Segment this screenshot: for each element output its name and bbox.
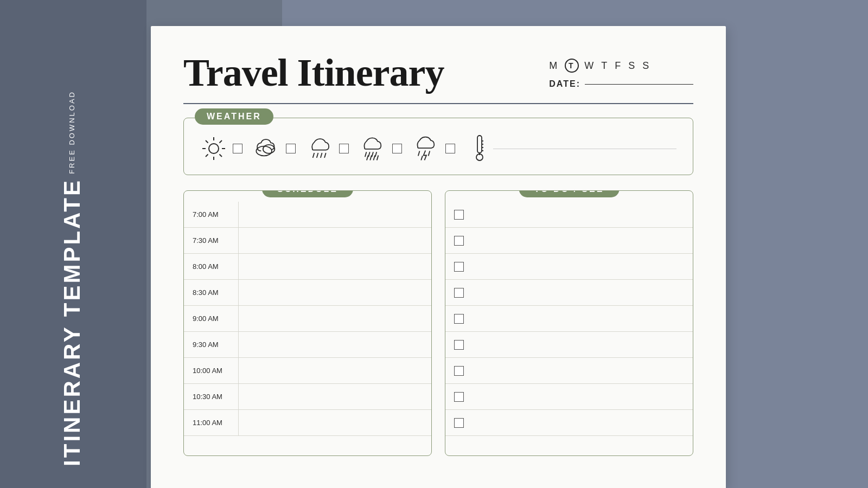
thermometer-icon (471, 133, 488, 164)
todo-line-3[interactable] (473, 266, 684, 267)
thunder-icon (413, 135, 440, 162)
schedule-time-1: 7:00 AM (184, 210, 238, 219)
schedule-vert-div (238, 254, 239, 279)
date-label: DATE: (549, 79, 580, 89)
todo-line-8[interactable] (473, 396, 684, 397)
rain-heavy-icon (360, 135, 387, 162)
svg-line-22 (377, 156, 379, 160)
weather-rain-heavy (360, 135, 402, 162)
weather-thunder (413, 135, 455, 162)
date-row: DATE: (549, 79, 693, 89)
todo-line-7[interactable] (473, 370, 684, 371)
todo-line-1[interactable] (473, 214, 684, 215)
temp-input-line[interactable] (493, 149, 676, 149)
schedule-time-4: 8:30 AM (184, 288, 238, 297)
todo-checkbox-5[interactable] (454, 314, 464, 324)
page-title: Travel Itinerary (183, 53, 444, 92)
todo-checkbox-9[interactable] (454, 418, 464, 428)
todo-row-4 (445, 280, 693, 306)
todo-checkbox-8[interactable] (454, 392, 464, 402)
schedule-vert-div (238, 306, 239, 331)
day-S[interactable]: S (628, 60, 637, 72)
svg-line-18 (375, 152, 377, 157)
schedule-section: SCHEDULE 7:00 AM 7:30 AM 8:00 AM (183, 190, 432, 456)
svg-line-15 (365, 152, 367, 157)
weather-rain-light (307, 135, 349, 162)
todo-line-2[interactable] (473, 240, 684, 241)
svg-line-14 (324, 153, 326, 158)
schedule-time-6: 9:30 AM (184, 341, 238, 349)
schedule-time-5: 9:00 AM (184, 314, 238, 323)
todo-checkbox-7[interactable] (454, 366, 464, 376)
weather-rain-heavy-checkbox[interactable] (392, 144, 402, 153)
svg-line-5 (206, 140, 208, 143)
todo-badge: TO DO / SEE (519, 190, 620, 197)
day-F[interactable]: F (615, 60, 623, 72)
sunny-icon (200, 135, 227, 162)
schedule-row: 11:00 AM (184, 410, 431, 436)
day-W[interactable]: W (584, 60, 596, 72)
todo-checkbox-3[interactable] (454, 262, 464, 272)
svg-line-23 (418, 151, 420, 156)
schedule-time-9: 11:00 AM (184, 419, 238, 427)
todo-row-5 (445, 306, 693, 332)
schedule-vert-div (238, 228, 239, 253)
weather-section: WEATHER (183, 118, 693, 175)
schedule-row: 10:30 AM (184, 384, 431, 410)
weather-rain-light-checkbox[interactable] (339, 144, 349, 153)
svg-line-7 (220, 140, 222, 143)
day-M[interactable]: M (549, 60, 559, 72)
svg-line-6 (220, 155, 222, 157)
main-divider (183, 103, 693, 104)
todo-line-4[interactable] (473, 292, 684, 293)
todo-checkbox-2[interactable] (454, 236, 464, 246)
todo-row-9 (445, 410, 693, 436)
date-input-line[interactable] (585, 84, 693, 85)
svg-line-20 (370, 156, 372, 160)
schedule-vert-div (238, 358, 239, 383)
todo-row-1 (445, 202, 693, 228)
schedule-vert-div (238, 332, 239, 357)
schedule-vert-div (238, 410, 239, 435)
header: Travel Itinerary M T W T F S S DATE: (183, 53, 693, 92)
day-selector: M T W T F S S (549, 59, 651, 73)
todo-row-3 (445, 254, 693, 280)
todo-list (445, 191, 693, 436)
sidebar-title: ITINERARY TEMPLATE (59, 178, 85, 466)
schedule-time-3: 8:00 AM (184, 262, 238, 271)
day-T-selected[interactable]: T (565, 59, 579, 73)
svg-line-13 (321, 153, 322, 158)
svg-point-0 (209, 144, 219, 153)
todo-checkbox-1[interactable] (454, 210, 464, 220)
schedule-time-2: 7:30 AM (184, 236, 238, 245)
todo-checkbox-4[interactable] (454, 288, 464, 298)
sidebar-free-download: FREE DOWNLOAD (68, 91, 76, 174)
schedule-list: 7:00 AM 7:30 AM 8:00 AM 8:30 AM (184, 191, 431, 436)
weather-cloudy-checkbox[interactable] (286, 144, 296, 153)
schedule-row: 8:30 AM (184, 280, 431, 306)
schedule-vert-div (238, 280, 239, 305)
schedule-row: 8:00 AM (184, 254, 431, 280)
schedule-row: 7:00 AM (184, 202, 431, 228)
schedule-row: 9:00 AM (184, 306, 431, 332)
weather-thunder-checkbox[interactable] (445, 144, 455, 153)
header-right: M T W T F S S DATE: (549, 53, 693, 89)
day-S2[interactable]: S (642, 60, 651, 72)
todo-row-2 (445, 228, 693, 254)
weather-temp (471, 133, 676, 164)
todo-line-9[interactable] (473, 422, 684, 423)
day-T2[interactable]: T (601, 60, 609, 72)
todo-line-6[interactable] (473, 344, 684, 345)
schedule-vert-div (238, 384, 239, 409)
svg-line-24 (429, 151, 430, 156)
todo-line-5[interactable] (473, 318, 684, 319)
svg-rect-26 (477, 136, 482, 153)
todo-checkbox-6[interactable] (454, 340, 464, 350)
svg-line-11 (313, 153, 315, 158)
schedule-vert-div (238, 202, 239, 227)
weather-cloudy (253, 135, 296, 162)
weather-sunny-checkbox[interactable] (233, 144, 242, 153)
rain-light-icon (307, 135, 334, 162)
schedule-row: 7:30 AM (184, 228, 431, 254)
schedule-time-7: 10:00 AM (184, 367, 238, 375)
